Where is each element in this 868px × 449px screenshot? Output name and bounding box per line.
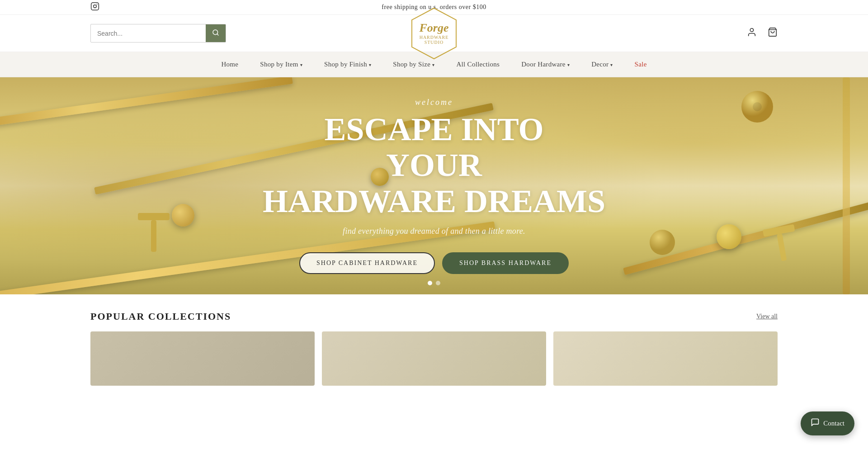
svg-rect-8 — [138, 213, 170, 220]
svg-point-2 — [97, 4, 98, 5]
hardware-pull-1 — [136, 213, 172, 258]
collection-card-3[interactable] — [553, 331, 778, 386]
logo-brand: Forge — [409, 22, 459, 35]
nav-item-sale[interactable]: Sale — [624, 52, 658, 77]
chevron-down-icon: ▾ — [610, 62, 613, 67]
svg-rect-11 — [777, 233, 787, 261]
svg-point-1 — [94, 5, 97, 8]
hardware-pull-2 — [760, 224, 804, 274]
collection-card-1[interactable] — [90, 331, 315, 386]
svg-rect-0 — [91, 2, 99, 10]
popular-collections-section: POPULAR COLLECTIONS View all — [0, 294, 868, 395]
collection-card-2[interactable] — [322, 331, 546, 386]
carousel-dot-1[interactable] — [428, 281, 432, 285]
carousel-dots — [428, 281, 440, 285]
chat-button[interactable]: Contact — [801, 411, 854, 435]
hero-buttons: SHOP CABINET HARDWARE SHOP BRASS HARDWAR… — [263, 252, 605, 274]
hardware-disk — [646, 227, 678, 258]
chevron-down-icon: ▾ — [300, 62, 302, 67]
chevron-down-icon: ▾ — [369, 62, 371, 67]
header: Forge Hardware Studio — [0, 15, 868, 52]
svg-line-4 — [217, 34, 218, 35]
chevron-down-icon: ▾ — [567, 62, 570, 67]
carousel-dot-2[interactable] — [436, 281, 440, 285]
svg-point-6 — [750, 28, 753, 32]
hardware-knob-3 — [717, 224, 741, 249]
nav-item-door-hardware[interactable]: Door Hardware ▾ — [510, 52, 580, 77]
hardware-knob-1 — [172, 204, 194, 227]
svg-point-13 — [753, 102, 762, 111]
shop-brass-hardware-button[interactable]: SHOP BRASS HARDWARE — [442, 252, 569, 274]
hero-welcome: welcome — [263, 98, 605, 107]
search-form[interactable] — [90, 24, 226, 43]
hardware-knob-large — [737, 86, 778, 127]
view-all-link[interactable]: View all — [756, 313, 778, 320]
svg-point-14 — [650, 230, 675, 255]
logo-sub: Hardware Studio — [409, 35, 459, 45]
popular-header: POPULAR COLLECTIONS View all — [90, 311, 778, 322]
collections-row — [90, 331, 778, 386]
nav-item-decor[interactable]: Decor ▾ — [580, 52, 623, 77]
account-button[interactable] — [747, 27, 757, 39]
shop-cabinet-hardware-button[interactable]: SHOP CABINET HARDWARE — [299, 252, 435, 274]
logo[interactable]: Forge Hardware Studio — [409, 6, 459, 61]
hero-content: welcome ESCAPE INTO YOUR HARDWARE DREAMS… — [263, 98, 605, 274]
chevron-down-icon: ▾ — [432, 62, 434, 67]
chat-label: Contact — [823, 420, 844, 427]
search-button[interactable] — [206, 24, 226, 42]
nav-item-home[interactable]: Home — [210, 52, 249, 77]
logo-hexagon: Forge Hardware Studio — [409, 6, 459, 61]
svg-rect-9 — [151, 220, 156, 252]
nav-item-shop-by-item[interactable]: Shop by Item ▾ — [249, 52, 313, 77]
hero-section: welcome ESCAPE INTO YOUR HARDWARE DREAMS… — [0, 77, 868, 294]
search-icon — [212, 29, 219, 36]
hardware-vertical-bar — [843, 77, 850, 294]
header-left — [90, 24, 226, 43]
hero-title: ESCAPE INTO YOUR HARDWARE DREAMS — [263, 112, 605, 219]
chat-bubble-icon — [811, 418, 820, 429]
nav-item-shop-by-finish[interactable]: Shop by Finish ▾ — [313, 52, 382, 77]
instagram-icon[interactable] — [90, 2, 99, 13]
hero-subtitle: find everything you dreamed of and then … — [263, 227, 605, 236]
cart-button[interactable] — [768, 27, 778, 39]
search-input[interactable] — [91, 25, 206, 42]
hardware-bar-1 — [0, 77, 293, 128]
header-right — [747, 27, 778, 39]
popular-collections-title: POPULAR COLLECTIONS — [90, 311, 231, 322]
